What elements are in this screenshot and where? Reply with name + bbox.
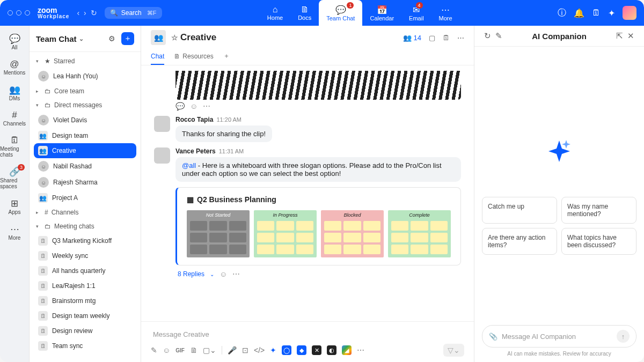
topnav-team-chat[interactable]: 💬Team Chat1 (319, 0, 362, 26)
sidebar-item[interactable]: 👥Design team (34, 128, 136, 143)
code-icon[interactable]: </> (254, 346, 265, 354)
search-input[interactable]: 🔍 Search ⌘F (105, 7, 162, 19)
window-controls[interactable] (8, 10, 30, 16)
more-icon[interactable]: ⋯ (203, 102, 210, 110)
more-icon[interactable]: ⋯ (232, 270, 240, 278)
sb-section[interactable]: ▾🗀Meeting chats (34, 219, 136, 233)
app-chip-2[interactable]: ◆ (297, 345, 306, 355)
tab-chat[interactable]: Chat (151, 48, 164, 65)
rail-channels[interactable]: #Channels (0, 107, 29, 130)
message-input[interactable]: Message Creative (151, 327, 464, 344)
rail-more[interactable]: ⋯More (0, 220, 29, 244)
sb-section[interactable]: ▾★Starred (34, 54, 136, 68)
more-icon[interactable]: ⋯ (457, 34, 464, 42)
topnav-docs[interactable]: 🗎Docs (290, 0, 319, 26)
sparkle-icon[interactable]: ✦ (608, 8, 615, 18)
message: Vance Peters11:31 AM @all - Here is a wh… (154, 147, 461, 278)
top-bar: zoom Workplace ‹ › ↻ 🔍 Search ⌘F ⌂Home🗎D… (0, 0, 644, 26)
sidebar-title[interactable]: Team Chat ⌄ (36, 34, 84, 43)
filter-icon[interactable]: ⚙ (105, 32, 118, 45)
history-icon[interactable]: ↻ (91, 9, 97, 17)
user-avatar[interactable] (623, 6, 636, 20)
video-icon[interactable]: ▢ (429, 34, 435, 42)
topnav-home[interactable]: ⌂Home (260, 0, 290, 26)
sb-section[interactable]: ▸#Channels (34, 205, 136, 219)
search-icon: 🔍 (110, 9, 118, 17)
tab-add[interactable]: ＋ (223, 48, 230, 65)
sidebar-item[interactable]: ☺Rajesh Sharma (34, 174, 136, 190)
more-apps-icon[interactable]: ⋯ (357, 346, 364, 354)
sidebar-item[interactable]: 🗓Weekly sync (34, 248, 136, 263)
app-chip-3[interactable]: ✕ (312, 345, 321, 355)
audio-icon[interactable]: 🎤 (228, 346, 237, 354)
topnav-more[interactable]: ⋯More (431, 0, 460, 26)
message-bubble: @all - Here is a whiteboard with three s… (175, 157, 461, 182)
sidebar-item[interactable]: 👥Creative (34, 143, 136, 158)
rail-all[interactable]: 💬All (0, 30, 29, 54)
popout-icon[interactable]: ⇱ (616, 31, 623, 41)
sb-section[interactable]: ▾🗀Direct messages (34, 98, 136, 112)
mention[interactable]: @all (182, 161, 196, 169)
format-icon[interactable]: ✎ (151, 346, 157, 354)
sidebar-item[interactable]: 🗓All hands quarterly (34, 263, 136, 278)
reply-icon[interactable]: 💬 (175, 102, 185, 110)
people-count[interactable]: 👥14 (403, 34, 421, 42)
whiteboard-card[interactable]: ▦Q2 Business Planning Not StartedIn Prog… (175, 187, 461, 265)
sidebar-item[interactable]: 🗓Q3 Marketing Kickoff (34, 233, 136, 248)
react-icon[interactable]: ☺ (219, 270, 227, 278)
ai-prompt-card[interactable]: What topics have been discussed? (561, 228, 636, 255)
attach-icon[interactable]: 📎 (489, 333, 497, 341)
topnav-calendar[interactable]: 📅Calendar (362, 0, 401, 26)
sidebar-item[interactable]: 🗓Team sync (34, 338, 136, 353)
screenshot-icon[interactable]: ▢⌄ (203, 346, 216, 354)
edit-icon[interactable]: ✎ (495, 31, 502, 41)
sidebar-item[interactable]: 🗓Design team weekly (34, 308, 136, 323)
channel-avatar: 👥 (151, 30, 166, 45)
emoji-icon[interactable]: ☺ (163, 346, 170, 354)
calendar-icon[interactable]: 🗓 (592, 8, 601, 18)
app-chip-1[interactable]: ◯ (282, 345, 291, 355)
kanban-column: In Progress (254, 210, 317, 257)
nav-back-icon[interactable]: ‹ (77, 9, 79, 17)
file-icon[interactable]: 🗎 (190, 346, 197, 354)
rail-dms[interactable]: 👥DMs (0, 81, 29, 105)
tab-resources[interactable]: 🗎Resources (174, 48, 213, 65)
sidebar-item[interactable]: ☺Nabil Rashad (34, 158, 136, 174)
help-icon[interactable]: ⓘ (558, 8, 566, 19)
sb-section[interactable]: ▸🗀Core team (34, 84, 136, 98)
sidebar-item[interactable]: 🗓Lea/Rajesh 1:1 (34, 278, 136, 293)
ai-input[interactable]: 📎 Message AI Companion ↑ (482, 325, 636, 348)
topnav-email[interactable]: ✉Email4 (401, 0, 431, 26)
history-icon[interactable]: ↻ (484, 31, 491, 41)
avatar[interactable] (154, 116, 170, 132)
rail-shared-spaces[interactable]: 🔗Shared spaces3 (0, 163, 29, 193)
react-icon[interactable]: ☺ (190, 102, 197, 110)
ai-send-button[interactable]: ↑ (617, 330, 630, 343)
channel-title[interactable]: ☆ Creative (171, 32, 216, 43)
sidebar-item[interactable]: 🗓Brainstorm mtg (34, 293, 136, 308)
shared-image[interactable] (175, 71, 461, 100)
rail-apps[interactable]: ⊞Apps (0, 195, 29, 218)
nav-forward-icon[interactable]: › (84, 9, 86, 17)
sidebar-item[interactable]: 👥Project A (34, 190, 136, 205)
close-icon[interactable]: ✕ (627, 31, 634, 41)
send-button[interactable]: ▽⌄ (443, 344, 464, 357)
avatar[interactable] (154, 147, 170, 164)
ai-prompt-card[interactable]: Are there any action items? (482, 228, 557, 255)
new-chat-button[interactable]: ＋ (121, 32, 134, 45)
schedule-icon[interactable]: 🗓 (443, 34, 450, 42)
app-chip-4[interactable]: ◐ (327, 345, 336, 355)
app-chip-5[interactable]: ◢ (342, 345, 352, 355)
gif-button[interactable]: GIF (175, 348, 185, 353)
ai-sparkle-icon[interactable]: ✦ (270, 346, 276, 354)
rail-mentions[interactable]: @Mentions (0, 56, 29, 79)
video-record-icon[interactable]: ⊡ (242, 346, 248, 354)
ai-prompt-card[interactable]: Catch me up (482, 197, 557, 224)
replies-link[interactable]: 8 Replies (178, 270, 204, 278)
ai-prompt-card[interactable]: Was my name mentioned? (561, 197, 636, 224)
bell-icon[interactable]: 🔔 (574, 8, 584, 18)
sidebar-item[interactable]: ☺Violet Davis (34, 112, 136, 128)
rail-meeting-chats[interactable]: 🗓Meeting chats (0, 132, 29, 161)
sidebar-item[interactable]: 🗓Design review (34, 323, 136, 338)
sidebar-item[interactable]: ☺Lea Hanh (You) (34, 68, 136, 84)
